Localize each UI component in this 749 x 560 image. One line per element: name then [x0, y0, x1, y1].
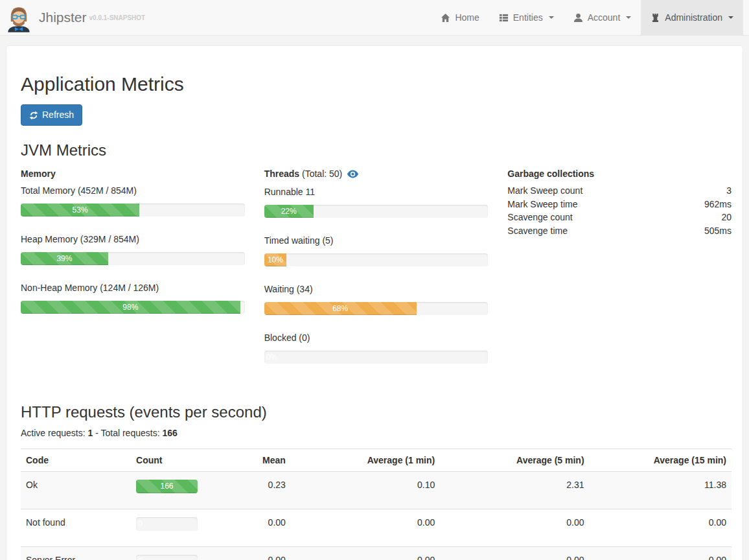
- progress-fill: 0: [136, 555, 198, 560]
- home-icon: [441, 13, 450, 23]
- total-requests-value: 166: [162, 428, 177, 438]
- jvm-metrics-title: JVM Metrics: [21, 141, 732, 159]
- total-memory-label: Total Memory (452M / 854M): [21, 184, 245, 197]
- col-header-avg5: Average (5 min): [440, 449, 589, 472]
- nav-label: Entities: [513, 12, 543, 23]
- progress-fill: 68%: [264, 302, 417, 315]
- gc-label: Scavenge count: [507, 211, 572, 224]
- cell-avg15: 11.38: [590, 472, 732, 509]
- gc-value: 505ms: [704, 224, 732, 238]
- gc-row-marksweep-count: Mark Sweep count 3: [507, 184, 732, 198]
- tower-icon: [651, 13, 660, 23]
- cell-avg15: 0.00: [590, 509, 732, 547]
- progress-fill: 39%: [21, 252, 108, 265]
- progress-value: 0: [138, 519, 143, 528]
- refresh-icon: [29, 111, 38, 120]
- gc-value: 20: [721, 211, 732, 224]
- gc-row-scavenge-count: Scavenge count 20: [507, 211, 732, 224]
- active-requests-label: Active requests:: [21, 428, 86, 438]
- col-header-avg15: Average (15 min): [590, 449, 732, 472]
- jvm-metrics-grid: Memory Total Memory (452M / 854M) 53% He…: [21, 167, 732, 380]
- refresh-label: Refresh: [42, 109, 74, 121]
- table-row-ok: Ok 166 0.23 0.10 2.31 11.38: [21, 472, 732, 509]
- progress-fill: 53%: [21, 204, 139, 216]
- heap-memory-label: Heap Memory (329M / 854M): [21, 233, 245, 246]
- nav-item-entities[interactable]: Entities: [489, 0, 564, 35]
- nav-item-home[interactable]: Home: [431, 0, 489, 35]
- count-progress: 0: [136, 517, 198, 531]
- brand-name: Jhipster: [39, 10, 87, 25]
- main-nav: Home Entities Account: [431, 0, 743, 35]
- gc-row-marksweep-time: Mark Sweep time 962ms: [507, 198, 732, 211]
- nav-item-account[interactable]: Account: [564, 0, 641, 35]
- table-header-row: Code Count Mean Average (1 min) Average …: [21, 449, 732, 472]
- chevron-down-icon: [626, 16, 631, 19]
- content-panel: Application Metrics Refresh JVM Metrics …: [6, 45, 743, 560]
- gc-value: 962ms: [704, 198, 732, 211]
- cell-code: Ok: [21, 472, 131, 509]
- active-requests-value: 1: [88, 428, 93, 438]
- http-requests-title: HTTP requests (events per second): [21, 403, 732, 421]
- progress-fill: 98%: [21, 301, 240, 314]
- brand-version: v0.0.1-SNAPSHOT: [89, 14, 146, 21]
- table-row-not-found: Not found 0 0.00 0.00 0.00 0.00: [21, 509, 732, 547]
- cell-count: 0: [131, 547, 220, 560]
- blocked-progress: 0%: [264, 351, 489, 364]
- runnable-label: Runnable 11: [264, 185, 489, 198]
- gc-heading: Garbage collections: [507, 167, 732, 180]
- progress-fill: 0%: [264, 351, 489, 364]
- requests-summary: Active requests: 1 - Total requests: 166: [21, 428, 732, 438]
- jhipster-logo-icon: [5, 2, 32, 33]
- eye-icon[interactable]: [347, 169, 358, 181]
- progress-value: 53%: [73, 205, 88, 215]
- user-icon: [573, 13, 583, 23]
- cell-mean: 0.00: [220, 509, 291, 547]
- heap-memory-progress: 39%: [21, 252, 245, 265]
- timed-waiting-label: Timed waiting (5): [264, 234, 489, 247]
- threads-total: (Total: 50): [302, 169, 342, 179]
- gc-label: Scavenge time: [507, 224, 568, 238]
- table-row-server-error: Server Error 0 0.00 0.00 0.00 0.00: [21, 547, 732, 560]
- cell-avg5: 0.00: [440, 509, 589, 547]
- nav-label: Account: [588, 12, 621, 23]
- threads-column: Threads (Total: 50) Runnable 11 22% Time…: [264, 167, 489, 380]
- progress-fill: 166: [136, 480, 198, 493]
- total-memory-progress: 53%: [21, 204, 245, 216]
- chevron-down-icon: [728, 16, 733, 19]
- cell-avg5: 0.00: [440, 547, 589, 560]
- cell-avg1: 0.10: [291, 472, 440, 509]
- progress-value: 68%: [332, 304, 348, 313]
- col-header-code: Code: [21, 449, 131, 472]
- nav-item-administration[interactable]: Administration: [641, 0, 743, 35]
- cell-avg1: 0.00: [291, 547, 440, 560]
- col-header-mean: Mean: [220, 449, 291, 472]
- memory-column: Memory Total Memory (452M / 854M) 53% He…: [21, 167, 245, 380]
- refresh-button[interactable]: Refresh: [21, 104, 82, 126]
- progress-value: 39%: [56, 254, 72, 263]
- threads-heading-label: Threads: [264, 169, 299, 179]
- count-progress: 0: [136, 555, 198, 560]
- progress-value: 98%: [122, 303, 138, 312]
- progress-value: 0: [138, 557, 143, 560]
- http-requests-table: Code Count Mean Average (1 min) Average …: [21, 449, 732, 560]
- threads-heading: Threads (Total: 50): [264, 167, 489, 181]
- col-header-avg1: Average (1 min): [291, 449, 440, 472]
- progress-value: 0%: [266, 353, 277, 362]
- runnable-progress: 22%: [264, 205, 489, 218]
- col-header-count: Count: [131, 449, 220, 472]
- gc-column: Garbage collections Mark Sweep count 3 M…: [507, 167, 732, 380]
- navbar: Jhipster v0.0.1-SNAPSHOT Home Entities: [0, 0, 749, 36]
- progress-fill: 0: [136, 517, 198, 531]
- memory-heading: Memory: [21, 167, 245, 180]
- waiting-progress: 68%: [264, 302, 489, 315]
- nav-label: Administration: [665, 12, 722, 23]
- brand[interactable]: Jhipster v0.0.1-SNAPSHOT: [0, 0, 145, 35]
- cell-code: Not found: [21, 509, 131, 547]
- waiting-label: Waiting (34): [264, 283, 489, 296]
- count-progress: 166: [136, 480, 198, 493]
- progress-value: 166: [161, 482, 174, 491]
- cell-avg5: 2.31: [440, 472, 589, 509]
- nonheap-memory-label: Non-Heap Memory (124M / 126M): [21, 281, 245, 294]
- blocked-label: Blocked (0): [264, 331, 489, 344]
- total-requests-label: Total requests:: [101, 428, 160, 438]
